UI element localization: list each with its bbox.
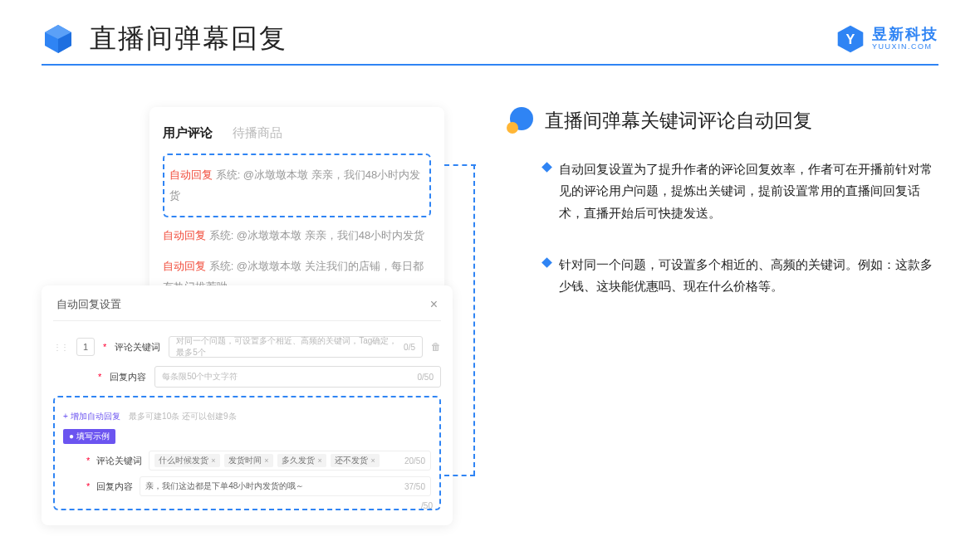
chat-bubble-icon [507, 107, 533, 134]
close-icon[interactable]: × [430, 297, 438, 312]
input-placeholder: 对同一个问题，可设置多个相近、高频的关键词，Tag确定，最多5个 [176, 335, 404, 358]
example-keyword-input[interactable]: 什么时候发货× 发货时间× 多久发货× 还不发货× 20/50 [149, 451, 431, 471]
comment-text: 系统: @冰墩墩本墩 亲亲，我们48小时内发货 [209, 229, 425, 241]
connector-line [444, 164, 476, 166]
add-auto-reply-link[interactable]: + 增加自动回复 [63, 412, 120, 421]
input-placeholder: 每条限50个中文字符 [162, 371, 238, 383]
content-label: 回复内容 [110, 371, 146, 383]
trash-icon[interactable]: 🗑 [431, 341, 441, 353]
auto-reply-tag: 自动回复 [163, 260, 206, 272]
bullet-item: 自动回复设置为了提升作者的评论回复效率，作者可在开播前针对常见的评论用户问题，提… [543, 158, 938, 224]
highlighted-comment: 自动回复 系统: @冰墩墩本墩 亲亲，我们48小时内发货 [163, 154, 431, 217]
brand-hex-icon: Y [835, 24, 865, 54]
keyword-chip[interactable]: 还不发货× [331, 454, 379, 467]
settings-card: 自动回复设置 × ⋮⋮ 1 * 评论关键词 对同一个问题，可设置多个相近、高频的… [42, 285, 453, 525]
tab-user-comments[interactable]: 用户评论 [163, 125, 213, 141]
required-star: * [98, 372, 101, 382]
brand-name-en: YUUXIN.COM [872, 43, 938, 51]
header: 直播间弹幕回复 Y 昱新科技 YUUXIN.COM [42, 21, 938, 57]
bullet-text: 针对同一个问题，可设置多个相近的、高频的关键词。例如：这款多少钱、这块能优惠吗、… [559, 254, 938, 298]
keyword-chip[interactable]: 什么时候发货× [154, 454, 219, 467]
auto-reply-tag: 自动回复 [169, 168, 213, 181]
keyword-input[interactable]: 对同一个问题，可设置多个相近、高频的关键词，Tag确定，最多5个 0/5 [169, 336, 423, 358]
diamond-bullet-icon [541, 257, 552, 268]
content-input[interactable]: 每条限50个中文字符 0/50 [154, 366, 441, 388]
comment-row: 自动回复 系统: @冰墩墩本墩 亲亲，我们48小时内发货 [163, 221, 431, 251]
example-content-count: 37/50 [404, 482, 425, 491]
content-count: 0/50 [418, 373, 434, 382]
outer-count: /50 [421, 501, 433, 510]
bullet-text: 自动回复设置为了提升作者的评论回复效率，作者可在开播前针对常见的评论用户问题，提… [559, 158, 938, 224]
add-hint: 最多可建10条 还可以创建9条 [129, 412, 236, 421]
example-content-input[interactable]: 亲，我们这边都是下单48小时内发货的哦～ 37/50 [140, 476, 431, 496]
section-title: 直播间弹幕关键词评论自动回复 [545, 108, 812, 134]
example-content-value: 亲，我们这边都是下单48小时内发货的哦～ [145, 480, 304, 492]
example-keyword-label: 评论关键词 [96, 455, 142, 467]
example-content-label: 回复内容 [96, 480, 133, 493]
cube-icon [42, 22, 75, 56]
connector-line [444, 475, 475, 476]
example-badge: ● 填写示例 [63, 429, 115, 444]
header-divider [42, 64, 938, 66]
auto-reply-tag: 自动回复 [163, 229, 206, 241]
svg-text:Y: Y [846, 32, 855, 46]
keyword-chip[interactable]: 多久发货× [277, 454, 326, 467]
example-kw-count: 20/50 [404, 456, 425, 466]
keyword-chip[interactable]: 发货时间× [224, 454, 272, 467]
diamond-bullet-icon [541, 162, 552, 173]
keyword-label: 评论关键词 [115, 341, 160, 354]
order-number: 1 [76, 338, 95, 356]
comment-row: 自动回复 系统: @冰墩墩本墩 亲亲，我们48小时内发货 [169, 160, 424, 211]
bullet-item: 针对同一个问题，可设置多个相近的、高频的关键词。例如：这款多少钱、这块能优惠吗、… [543, 254, 938, 298]
connector-line [473, 164, 475, 475]
required-star: * [103, 342, 106, 352]
left-column: 用户评论 待播商品 自动回复 系统: @冰墩墩本墩 亲亲，我们48小时内发货 自… [42, 107, 457, 315]
example-section: + 增加自动回复 最多可建10条 还可以创建9条 ● 填写示例 * 评论关键词 … [53, 396, 441, 510]
drag-handle-icon[interactable]: ⋮⋮ [53, 343, 68, 352]
brand-logo: Y 昱新科技 YUUXIN.COM [835, 24, 938, 54]
comments-card: 用户评论 待播商品 自动回复 系统: @冰墩墩本墩 亲亲，我们48小时内发货 自… [149, 107, 444, 315]
settings-title: 自动回复设置 [56, 297, 121, 312]
right-column: 直播间弹幕关键词评论自动回复 自动回复设置为了提升作者的评论回复效率，作者可在开… [507, 107, 938, 327]
keyword-count: 0/5 [404, 343, 415, 352]
page-title: 直播间弹幕回复 [90, 21, 287, 57]
required-star: * [86, 456, 90, 466]
brand-name-cn: 昱新科技 [872, 27, 938, 43]
required-star: * [86, 481, 90, 491]
tab-pending-goods[interactable]: 待播商品 [233, 125, 282, 141]
